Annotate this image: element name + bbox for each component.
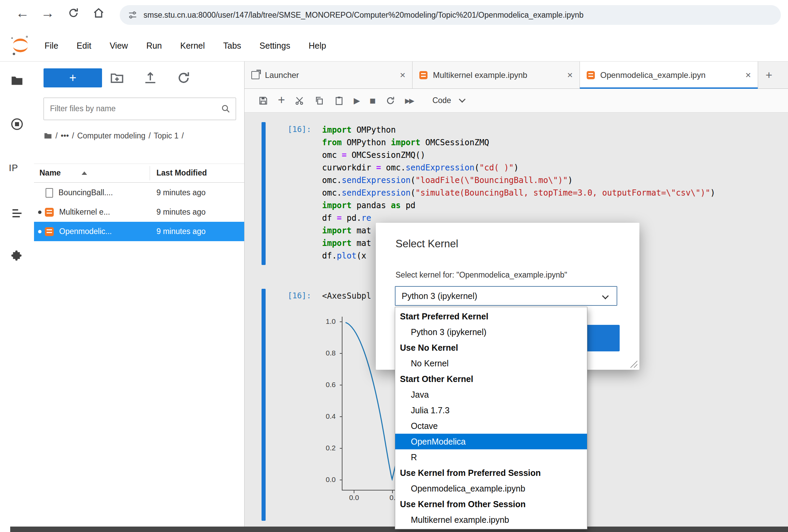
menu-file[interactable]: File — [35, 41, 67, 51]
url-text: smse.stu.cn.ua:8000/user/147/lab/tree/SM… — [144, 11, 584, 20]
restart-kernel-icon[interactable] — [385, 96, 396, 106]
tab-label: Openmodelica_example.ipyn — [600, 70, 742, 80]
input-prompt: [16]: — [277, 125, 311, 134]
copy-cell-icon[interactable] — [314, 96, 324, 106]
breadcrumb-ellipsis[interactable]: ••• — [61, 131, 69, 140]
code-token: df. — [322, 251, 337, 261]
tab-openmodelica-example-ipyn[interactable]: Openmodelica_example.ipyn× — [580, 62, 758, 88]
breadcrumb-separator: / — [72, 131, 74, 140]
menu-settings[interactable]: Settings — [250, 41, 299, 51]
stop-kernel-icon[interactable]: ■ — [370, 95, 376, 106]
refresh-icon[interactable] — [176, 70, 191, 85]
new-folder-icon[interactable] — [110, 70, 124, 85]
file-browser-icon[interactable] — [10, 74, 24, 87]
kernel-dropdown-popup: Start Preferred KernelPython 3 (ipykerne… — [395, 307, 587, 529]
run-cell-icon[interactable]: ▶ — [354, 96, 360, 105]
code-line: omc.sendExpression("loadFile(\"BouncingB… — [322, 174, 715, 187]
cell-type-selector[interactable]: Code — [432, 96, 451, 105]
dialog-resize-handle[interactable] — [629, 360, 637, 368]
menu-kernel[interactable]: Kernel — [171, 41, 214, 51]
menu-help[interactable]: Help — [299, 41, 335, 51]
kernel-option-java[interactable]: Java — [395, 387, 587, 402]
extensions-icon[interactable] — [10, 249, 24, 263]
reload-icon[interactable] — [64, 3, 83, 22]
filter-files-input[interactable] — [44, 98, 214, 119]
table-of-contents-icon[interactable] — [10, 206, 24, 220]
kernel-option-multikernel-example-ipynb[interactable]: Multikernel example.ipynb — [395, 512, 587, 528]
home-glyph — [93, 7, 105, 19]
menu-view[interactable]: View — [100, 41, 137, 51]
kernel-option-julia-1-7-3[interactable]: Julia 1.7.3 — [395, 402, 587, 418]
jupyter-menubar: FileEditViewRunKernelTabsSettingsHelp — [0, 30, 788, 61]
back-icon[interactable]: ← — [13, 3, 32, 22]
code-token: omc. — [322, 176, 342, 185]
tab-close-icon[interactable]: × — [400, 70, 405, 81]
code-line: omc = OMCSessionZMQ() — [322, 149, 715, 162]
file-name: BouncingBall.... — [58, 188, 113, 197]
breadcrumb-separator: / — [55, 131, 57, 140]
breadcrumb-computer-modeling[interactable]: Computer modeling — [77, 131, 146, 140]
tab-multikernel-example-ipynb[interactable]: Multikernel example.ipynb× — [413, 62, 580, 88]
kernel-option-openmodelica[interactable]: OpenModelica — [395, 434, 587, 449]
home-icon[interactable] — [89, 3, 108, 22]
menu-run[interactable]: Run — [137, 41, 171, 51]
ip-console-icon[interactable]: IP — [9, 163, 18, 173]
kernel-group-start-other-kernel: Start Other Kernel — [395, 371, 587, 387]
add-cell-icon[interactable]: + — [278, 93, 285, 107]
column-last-modified[interactable]: Last Modified — [156, 168, 207, 178]
kernel-option-r[interactable]: R — [395, 449, 587, 465]
breadcrumb-folder-icon[interactable] — [44, 131, 52, 140]
new-launcher-button[interactable]: + — [44, 68, 102, 87]
file-modified: 9 minutes ago — [156, 227, 205, 236]
code-token: pd. — [342, 213, 362, 223]
url-bar[interactable]: smse.stu.cn.ua:8000/user/147/lab/tree/SM… — [120, 5, 781, 25]
kernel-select[interactable]: Python 3 (ipykernel) — [395, 286, 617, 306]
notebook-icon — [45, 208, 54, 217]
kernel-option-octave[interactable]: Octave — [395, 418, 587, 434]
tab-close-icon[interactable]: × — [745, 70, 751, 81]
kernel-option-openmodelica-example-ipynb[interactable]: Openmodelica_example.ipynb — [395, 481, 587, 496]
forward-icon[interactable]: → — [38, 3, 57, 22]
running-sessions-icon[interactable] — [10, 117, 24, 131]
breadcrumb: /•••/Computer modeling/Topic 1/ — [44, 128, 190, 143]
running-indicator — [38, 230, 41, 233]
menu-edit[interactable]: Edit — [67, 41, 100, 51]
restart-run-all-icon[interactable]: ▶▶ — [405, 97, 414, 105]
dialog-title: Select Kernel — [396, 238, 458, 250]
code-token: mat — [352, 238, 371, 248]
upload-icon[interactable] — [143, 70, 158, 85]
output-collapser[interactable] — [262, 289, 266, 521]
menu-tabs[interactable]: Tabs — [214, 41, 250, 51]
paste-cell-icon[interactable] — [334, 96, 344, 106]
column-name[interactable]: Name — [39, 168, 61, 178]
new-tab-button[interactable]: + — [758, 62, 780, 88]
code-token: sendExpression — [406, 163, 474, 172]
code-token: sendExpression — [342, 188, 410, 198]
kernel-select-value: Python 3 (ipykernel) — [402, 291, 477, 301]
sort-ascending-icon — [82, 171, 87, 175]
file-list: BouncingBall....9 minutes agoMultikernel… — [34, 183, 244, 241]
tab-launcher[interactable]: Launcher× — [245, 62, 413, 88]
chevron-down-icon — [459, 96, 466, 103]
code-token: OMCSessionZMQ — [420, 138, 489, 147]
breadcrumb-topic-1[interactable]: Topic 1 — [154, 131, 179, 140]
code-token: = — [376, 163, 381, 172]
save-icon[interactable] — [258, 96, 268, 106]
activity-bar: IP — [0, 61, 34, 527]
file-row-bouncingball[interactable]: BouncingBall....9 minutes ago — [34, 183, 244, 202]
tab-close-icon[interactable]: × — [567, 70, 573, 81]
file-row-multikernel-e[interactable]: Multikernel e...9 minutes ago — [34, 202, 244, 222]
y-tick-label: 0.6 — [317, 381, 336, 389]
jupyter-logo-icon — [10, 34, 31, 56]
file-row-openmodelic[interactable]: Openmodelic...9 minutes ago — [34, 222, 244, 241]
code-token: = — [337, 213, 341, 223]
cut-cell-icon[interactable] — [295, 96, 305, 106]
y-tick-label: 0.0 — [317, 476, 336, 484]
site-settings-icon[interactable] — [128, 10, 137, 20]
kernel-option-python-3-ipykernel[interactable]: Python 3 (ipykernel) — [395, 324, 587, 340]
kernel-option-no-kernel[interactable]: No Kernel — [395, 355, 587, 371]
code-token: pd — [401, 201, 415, 210]
breadcrumb-separator: / — [182, 131, 184, 140]
chevron-down-icon — [602, 293, 609, 299]
input-collapser[interactable] — [262, 122, 266, 265]
